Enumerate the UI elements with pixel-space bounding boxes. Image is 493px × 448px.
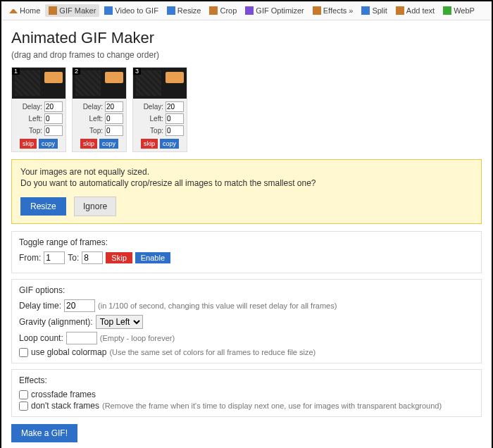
to-label: To:: [68, 253, 79, 263]
left-input[interactable]: [166, 113, 184, 124]
nav-addtext[interactable]: Add text: [392, 4, 438, 17]
nav-label: Video to GIF: [115, 6, 158, 15]
global-colormap-checkbox[interactable]: [19, 348, 28, 357]
nav-home[interactable]: Home: [6, 4, 44, 17]
frame-card[interactable]: 1 Delay: Left: Top: skip copy: [11, 67, 66, 152]
delay-label: Delay:: [75, 103, 103, 111]
nav-crop[interactable]: Crop: [206, 4, 240, 17]
addtext-icon: [396, 6, 404, 15]
alert-line2: Do you want to automatically crop/resize…: [20, 178, 473, 188]
frames-row: 1 Delay: Left: Top: skip copy 2 Delay: L…: [11, 67, 482, 152]
left-input[interactable]: [44, 113, 63, 124]
top-nav: Home GIF Maker Video to GIF Resize Crop …: [1, 1, 492, 20]
nav-optimizer[interactable]: GIF Optimizer: [242, 4, 307, 17]
delay-time-label: Delay time:: [19, 301, 61, 311]
frame-number: 3: [133, 68, 141, 75]
toggle-skip-button[interactable]: Skip: [106, 252, 132, 263]
toggle-range-title: Toggle range of frames:: [19, 237, 474, 247]
loop-count-hint: (Empty - loop forever): [100, 334, 175, 342]
resize-alert: Your images are not equally sized. Do yo…: [11, 159, 482, 224]
to-input[interactable]: [82, 251, 103, 264]
frame-skip-button[interactable]: skip: [80, 139, 97, 149]
gif-options-title: GIF options:: [19, 285, 474, 295]
alert-ignore-button[interactable]: Ignore: [74, 197, 116, 216]
stack-checkbox[interactable]: [19, 402, 28, 411]
left-label: Left:: [75, 115, 103, 123]
delay-label: Delay:: [15, 103, 42, 111]
gravity-label: Gravity (alignment):: [19, 317, 93, 327]
frame-number: 1: [12, 68, 20, 75]
from-label: From:: [19, 253, 41, 263]
frame-thumbnail[interactable]: [12, 68, 65, 99]
top-label: Top:: [136, 127, 163, 135]
split-icon: [361, 6, 370, 15]
nav-webp[interactable]: WebP: [439, 4, 478, 17]
nav-label: Crop: [220, 6, 237, 15]
crossfade-label: crossfade frames: [31, 390, 96, 399]
nav-label: GIF Maker: [59, 6, 96, 15]
top-label: Top:: [75, 127, 103, 135]
left-label: Left:: [15, 115, 42, 123]
top-input[interactable]: [105, 125, 123, 136]
effects-icon: [313, 6, 321, 15]
frame-skip-button[interactable]: skip: [20, 139, 37, 149]
delay-input[interactable]: [105, 101, 123, 112]
nav-label: WebP: [454, 6, 475, 15]
left-label: Left:: [136, 115, 163, 123]
effects-section: Effects: crossfade frames don't stack fr…: [11, 369, 482, 417]
nav-resize[interactable]: Resize: [163, 4, 205, 17]
make-gif-button[interactable]: Make a GIF!: [11, 424, 77, 442]
frame-skip-button[interactable]: skip: [141, 139, 158, 149]
effects-title: Effects:: [19, 375, 474, 385]
top-label: Top:: [15, 127, 42, 135]
global-colormap-hint: (Use the same set of colors for all fram…: [109, 348, 316, 356]
frame-copy-button[interactable]: copy: [160, 139, 179, 149]
page-title: Animated GIF Maker: [11, 29, 482, 47]
nav-effects[interactable]: Effects »: [309, 4, 357, 17]
delay-time-hint: (in 1/100 of second, changing this value…: [98, 301, 337, 310]
frame-thumbnail[interactable]: [133, 68, 187, 99]
delay-label: Delay:: [136, 103, 163, 111]
delay-input[interactable]: [44, 101, 63, 112]
nav-gifmaker[interactable]: GIF Maker: [45, 4, 99, 17]
nav-label: Home: [20, 6, 40, 15]
left-input[interactable]: [105, 113, 123, 124]
loop-count-input[interactable]: [66, 332, 97, 344]
frame-card[interactable]: 2 Delay: Left: Top: skip copy: [72, 67, 127, 152]
loop-count-label: Loop count:: [19, 333, 63, 343]
nav-split[interactable]: Split: [358, 4, 390, 17]
delay-input[interactable]: [166, 101, 184, 112]
toggle-range-section: Toggle range of frames: From: To: Skip E…: [11, 231, 482, 273]
crop-icon: [209, 6, 218, 15]
frame-thumbnail[interactable]: [73, 68, 126, 99]
nav-video[interactable]: Video to GIF: [101, 4, 162, 17]
alert-line1: Your images are not equally sized.: [20, 167, 473, 177]
home-icon: [9, 5, 18, 13]
toggle-enable-button[interactable]: Enable: [135, 252, 170, 263]
video-icon: [104, 6, 113, 15]
from-input[interactable]: [44, 251, 65, 264]
gifmaker-icon: [49, 6, 57, 15]
frame-number: 2: [73, 68, 80, 75]
nav-label: Add text: [406, 6, 435, 15]
delay-time-input[interactable]: [64, 299, 95, 312]
top-input[interactable]: [44, 125, 63, 136]
gif-options-section: GIF options: Delay time: (in 1/100 of se…: [11, 279, 482, 363]
global-colormap-label: use global colormap: [31, 347, 106, 357]
stack-hint: (Remove the frame when it's time to disp…: [102, 402, 442, 410]
page-subtitle: (drag and drop frames to change order): [11, 50, 482, 60]
optimizer-icon: [245, 6, 254, 15]
frame-copy-button[interactable]: copy: [99, 139, 118, 149]
webp-icon: [443, 6, 451, 15]
top-input[interactable]: [166, 125, 184, 136]
nav-label: Effects »: [323, 6, 354, 15]
crossfade-checkbox[interactable]: [19, 390, 28, 399]
gravity-select[interactable]: Top Left: [96, 315, 143, 329]
resize-icon: [167, 6, 175, 15]
stack-label: don't stack frames: [31, 401, 99, 411]
alert-resize-button[interactable]: Resize: [20, 197, 66, 216]
nav-label: Split: [372, 6, 387, 15]
frame-card[interactable]: 3 Delay: Left: Top: skip copy: [132, 67, 187, 152]
nav-label: Resize: [177, 6, 201, 15]
frame-copy-button[interactable]: copy: [39, 139, 58, 149]
